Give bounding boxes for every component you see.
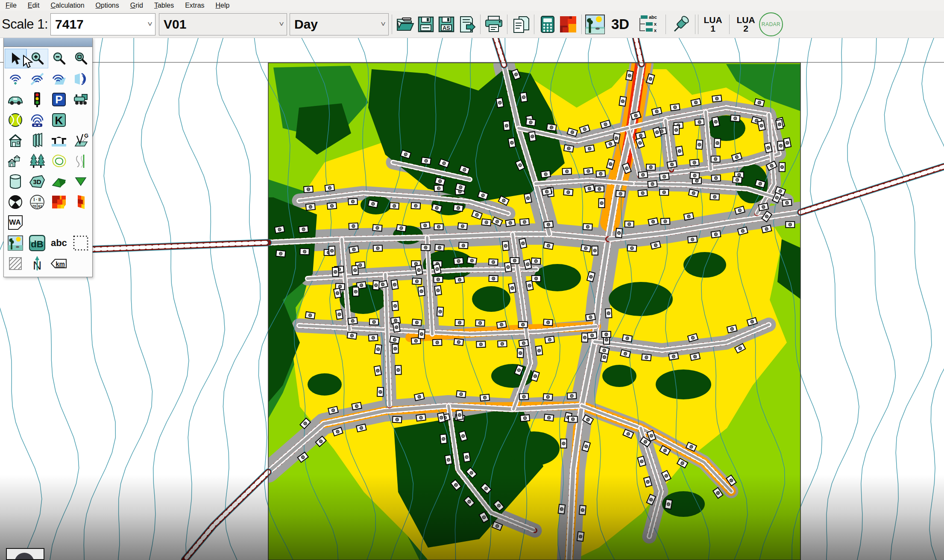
save-button[interactable]: [416, 13, 436, 35]
bridge-icon: [51, 134, 67, 147]
wa-tool[interactable]: WA: [5, 213, 26, 232]
green-area-tool[interactable]: [70, 172, 91, 191]
svg-text:x: x: [654, 21, 657, 26]
db-label-tool[interactable]: dB: [26, 233, 48, 253]
tunnel-source-tool[interactable]: [26, 110, 48, 130]
svg-text:WA: WA: [9, 218, 21, 226]
menu-edit[interactable]: Edit: [22, 1, 45, 10]
noise-barrier-tool[interactable]: [26, 131, 48, 150]
svg-text:K: K: [55, 114, 63, 127]
bridge-tool[interactable]: [48, 131, 70, 150]
vertical-source-tool[interactable]: [70, 69, 91, 89]
contour-area-tool[interactable]: [48, 151, 70, 171]
north-arrow-tool[interactable]: N: [26, 254, 48, 273]
scale-bar-tool[interactable]: km: [48, 254, 70, 273]
printer-icon: [484, 15, 504, 33]
cylinder-icon: [9, 174, 22, 189]
parking-tool[interactable]: P: [48, 90, 70, 109]
k-sign-tool[interactable]: K: [48, 110, 70, 130]
facade-noise-tool[interactable]: [70, 192, 91, 212]
three-d-button[interactable]: 3D: [605, 13, 635, 35]
svg-text:I · II: I · II: [34, 197, 41, 202]
scene-tool[interactable]: [5, 233, 26, 253]
area-source-icon: [51, 72, 67, 86]
polygon-3d-icon: 3D: [29, 174, 45, 189]
map-canvas[interactable]: [0, 38, 944, 560]
line-source-tool[interactable]: [26, 69, 48, 89]
version-combo[interactable]: V01˅: [159, 13, 287, 35]
save-as-button[interactable]: AS: [436, 13, 457, 35]
menu-options[interactable]: Options: [90, 1, 125, 10]
road-tool[interactable]: [5, 90, 26, 109]
export-icon: [458, 15, 476, 33]
color-scale-button[interactable]: [558, 13, 578, 35]
open-button[interactable]: [395, 13, 416, 35]
svg-text:61: 61: [38, 204, 42, 208]
hatch-area-tool[interactable]: [5, 254, 26, 273]
menu-tables[interactable]: Tables: [149, 1, 179, 10]
km-sign-icon: km: [50, 258, 68, 270]
radar-button[interactable]: RADAR: [759, 12, 783, 36]
noise-barrier-icon: [31, 133, 44, 148]
pushpin-icon: [671, 14, 692, 35]
svg-text:AS: AS: [443, 25, 450, 31]
polygon-3d-tool[interactable]: 3D: [26, 172, 48, 191]
scale-combo[interactable]: 7417˅: [50, 13, 155, 35]
corner-widget: [6, 548, 44, 560]
svg-text:3D: 3D: [33, 178, 41, 185]
calculator-button[interactable]: [537, 13, 558, 35]
mini-scene-icon: [7, 235, 23, 251]
ground-absorption-tool[interactable]: G: [70, 131, 91, 150]
zoom-out-icon: [52, 51, 66, 66]
lua1-button[interactable]: LUA1: [700, 16, 726, 33]
point-source-tool[interactable]: [5, 69, 26, 89]
period-combo[interactable]: Day˅: [290, 13, 389, 35]
emission-level-tool[interactable]: I · II7061: [26, 192, 48, 212]
landscape-scene-icon: [585, 14, 605, 35]
menu-calculation[interactable]: Calculation: [45, 1, 90, 10]
copy-button[interactable]: [510, 13, 531, 35]
embankment-tool[interactable]: [48, 172, 70, 191]
traffic-light-tool[interactable]: [26, 90, 48, 109]
zoom-out-tool[interactable]: [48, 49, 70, 68]
terrain-break-tool[interactable]: [70, 151, 91, 171]
menu-file[interactable]: File: [0, 1, 22, 10]
svg-text:G: G: [84, 133, 88, 139]
hatch-icon: [8, 256, 23, 271]
zoom-in-tool[interactable]: [26, 49, 48, 68]
tennis-ball-icon: [8, 112, 23, 128]
calculation-point-tool[interactable]: [5, 192, 26, 212]
residential-area-tool[interactable]: [5, 151, 26, 171]
lua2-button[interactable]: LUA2: [733, 16, 759, 33]
traffic-light-icon: [33, 91, 41, 108]
selection-frame-tool[interactable]: [70, 233, 91, 253]
railway-tool[interactable]: [70, 90, 91, 109]
cylinder-tool[interactable]: [5, 172, 26, 191]
menu-extras[interactable]: Extras: [179, 1, 210, 10]
pin-button[interactable]: [669, 13, 694, 35]
menu-help[interactable]: Help: [210, 1, 235, 10]
forest-tool[interactable]: [26, 151, 48, 171]
wa-badge-icon: WA: [7, 214, 23, 231]
parking-sign-icon: P: [52, 92, 66, 107]
zoom-in-icon: [30, 51, 44, 66]
palette-title-bar[interactable]: [4, 38, 92, 47]
scene-3d-view-button[interactable]: [585, 13, 605, 35]
zoom-window-tool[interactable]: [70, 49, 91, 68]
svg-text:dB: dB: [31, 239, 43, 249]
building-tool[interactable]: [5, 131, 26, 150]
line-source-icon: [29, 72, 45, 86]
print-button[interactable]: [484, 13, 504, 35]
sport-facility-tool[interactable]: [5, 110, 26, 130]
menu-grid[interactable]: Grid: [125, 1, 149, 10]
object-tree-button[interactable]: abc x x: [635, 13, 663, 35]
facade-noise-icon: [74, 194, 87, 210]
select-tool[interactable]: [5, 49, 26, 68]
ground-absorption-icon: G: [73, 133, 89, 148]
menu-bar: FileEditCalculationOptionsGridTablesExtr…: [0, 0, 944, 11]
area-source-tool[interactable]: [48, 69, 70, 89]
text-label-tool[interactable]: abc: [48, 233, 70, 253]
export-button[interactable]: [457, 13, 477, 35]
grid-noise-map-tool[interactable]: [48, 192, 70, 212]
copy-icon: [511, 15, 530, 33]
